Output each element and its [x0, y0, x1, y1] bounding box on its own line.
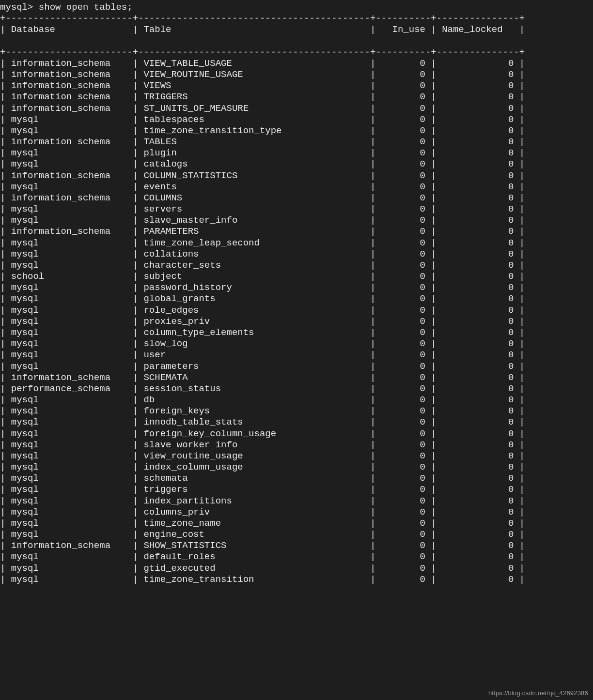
table-body: | information_schema | VIEW_TABLE_USAGE … [0, 58, 525, 585]
prompt: mysql> [0, 2, 33, 13]
prompt-line: mysql> show open tables; [0, 2, 133, 13]
header-row: | Database | Table | In_use | Name_locke… [0, 24, 593, 35]
separator-top: +-----------------------+---------------… [0, 13, 525, 24]
separator-mid: +-----------------------+---------------… [0, 47, 525, 58]
command-text: show open tables; [39, 2, 133, 13]
terminal[interactable]: mysql> show open tables; +--------------… [0, 0, 593, 585]
